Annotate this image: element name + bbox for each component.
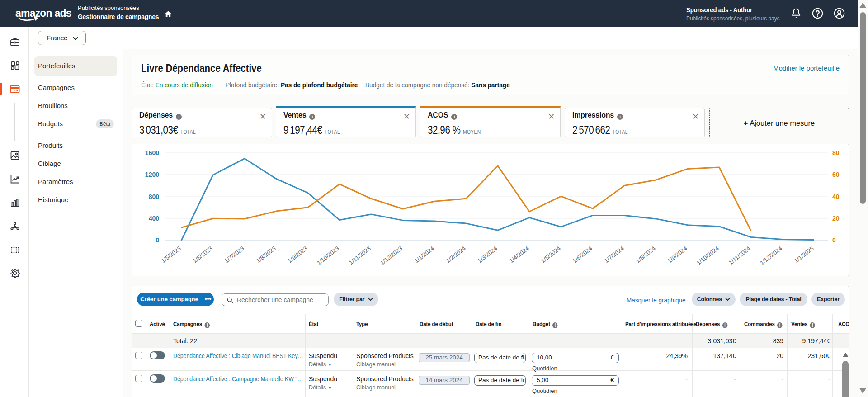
svg-text:1/6/2024: 1/6/2024 [571,245,594,265]
svg-text:400: 400 [149,215,160,222]
svg-text:80: 80 [832,149,840,156]
svg-text:1/7/2023: 1/7/2023 [223,245,245,265]
svg-text:0: 0 [832,236,836,244]
svg-text:60: 60 [832,171,840,178]
svg-text:1/7/2024: 1/7/2024 [603,245,625,265]
svg-text:1/2/2024: 1/2/2024 [445,245,467,265]
svg-text:1/12/2023: 1/12/2023 [379,245,404,266]
svg-text:1/11/2024: 1/11/2024 [727,245,752,266]
svg-text:1/6/2023: 1/6/2023 [192,245,214,265]
svg-text:1/11/2023: 1/11/2023 [348,245,372,266]
svg-text:1/8/2023: 1/8/2023 [255,245,277,265]
svg-text:1/1/2024: 1/1/2024 [413,245,435,265]
svg-text:40: 40 [832,193,840,200]
svg-text:1/9/2024: 1/9/2024 [666,245,689,265]
svg-text:1600: 1600 [145,149,159,156]
svg-text:1/5/2023: 1/5/2023 [160,245,182,265]
svg-text:amazon ads: amazon ads [15,7,71,19]
svg-text:800: 800 [149,193,160,200]
svg-text:1/9/2023: 1/9/2023 [287,245,309,265]
svg-text:1/8/2024: 1/8/2024 [635,245,657,265]
svg-text:1200: 1200 [145,171,159,178]
svg-text:1/10/2023: 1/10/2023 [316,245,340,266]
svg-text:1/1/2025: 1/1/2025 [793,245,815,265]
svg-text:1/12/2024: 1/12/2024 [759,245,783,266]
svg-text:1/4/2024: 1/4/2024 [508,245,530,265]
svg-text:20: 20 [832,215,840,222]
svg-text:0: 0 [156,236,159,244]
svg-text:1/10/2024: 1/10/2024 [695,245,720,266]
svg-text:1/5/2024: 1/5/2024 [540,245,562,265]
svg-text:1/3/2024: 1/3/2024 [476,245,499,265]
